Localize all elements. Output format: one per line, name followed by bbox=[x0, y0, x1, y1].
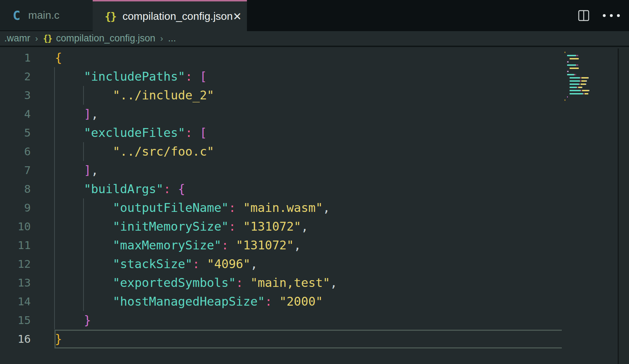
line-number: 16 bbox=[0, 330, 31, 348]
code-editor[interactable]: 12345678910111213141516 { "includePaths"… bbox=[0, 48, 629, 364]
json-file-icon: {} bbox=[105, 10, 116, 23]
tab-main-c[interactable]: C main.c bbox=[0, 0, 93, 30]
line-number: 2 bbox=[0, 67, 31, 86]
minimap-content bbox=[565, 52, 614, 103]
code-line[interactable]: "stackSize": "4096", bbox=[55, 255, 337, 273]
line-number: 12 bbox=[0, 255, 31, 273]
gutter: 12345678910111213141516 bbox=[0, 48, 31, 348]
line-number: 13 bbox=[0, 273, 31, 292]
line-number: 7 bbox=[0, 161, 31, 180]
split-editor-icon bbox=[578, 10, 589, 21]
line-number: 11 bbox=[0, 236, 31, 255]
c-file-icon: C bbox=[13, 8, 21, 23]
json-file-icon: {} bbox=[43, 34, 52, 44]
breadcrumb-symbol-more[interactable]: ... bbox=[168, 33, 176, 44]
line-number: 8 bbox=[0, 180, 31, 198]
more-actions-button[interactable] bbox=[601, 13, 621, 18]
breadcrumb-file[interactable]: compilation_config.json bbox=[56, 33, 155, 44]
line-number: 5 bbox=[0, 123, 31, 142]
code-line[interactable]: "hostManagedHeapSize": "2000" bbox=[55, 292, 337, 311]
tab-label: main.c bbox=[28, 9, 59, 21]
tab-compilation-config-json[interactable]: {} compilation_config.json ✕ bbox=[93, 0, 247, 31]
code-line[interactable]: ], bbox=[55, 161, 337, 180]
line-number: 14 bbox=[0, 292, 31, 311]
ellipsis-icon bbox=[603, 14, 606, 17]
code-line[interactable]: "exportedSymbols": "main,test", bbox=[55, 273, 337, 292]
code-line[interactable]: "includePaths": [ bbox=[55, 67, 337, 86]
line-number: 1 bbox=[0, 48, 31, 67]
line-number: 15 bbox=[0, 311, 31, 330]
code-line[interactable]: "initMemorySize": "131072", bbox=[55, 217, 337, 236]
vertical-scrollbar[interactable] bbox=[618, 48, 629, 364]
editor-actions bbox=[577, 0, 621, 31]
line-number: 4 bbox=[0, 105, 31, 123]
breadcrumb-folder[interactable]: .wamr bbox=[4, 33, 30, 44]
line-number: 10 bbox=[0, 217, 31, 236]
code-line[interactable]: "../include_2" bbox=[55, 86, 337, 105]
line-number: 3 bbox=[0, 86, 31, 105]
close-tab-icon[interactable]: ✕ bbox=[233, 10, 242, 23]
code-line[interactable]: } bbox=[55, 330, 337, 348]
code-line[interactable]: "excludeFiles": [ bbox=[55, 123, 337, 142]
line-number: 9 bbox=[0, 198, 31, 217]
minimap[interactable] bbox=[565, 52, 614, 103]
breadcrumb-separator-icon: › bbox=[160, 34, 163, 44]
split-editor-button[interactable] bbox=[577, 8, 591, 23]
code-lines[interactable]: { "includePaths": [ "../include_2" ], "e… bbox=[55, 48, 337, 348]
line-number: 6 bbox=[0, 142, 31, 161]
code-line[interactable]: "../src/foo.c" bbox=[55, 142, 337, 161]
code-line[interactable]: "buildArgs": { bbox=[55, 180, 337, 198]
tab-label: compilation_config.json bbox=[122, 10, 233, 22]
code-line[interactable]: } bbox=[55, 311, 337, 330]
breadcrumb: .wamr › {} compilation_config.json › ... bbox=[0, 31, 629, 47]
code-line[interactable]: { bbox=[55, 48, 337, 67]
code-line[interactable]: "maxMemorySize": "131072", bbox=[55, 236, 337, 255]
code-line[interactable]: ], bbox=[55, 105, 337, 123]
code-line[interactable]: "outputFileName": "main.wasm", bbox=[55, 198, 337, 217]
breadcrumb-separator-icon: › bbox=[35, 34, 38, 44]
tab-bar: C main.c {} compilation_config.json ✕ bbox=[0, 0, 629, 31]
